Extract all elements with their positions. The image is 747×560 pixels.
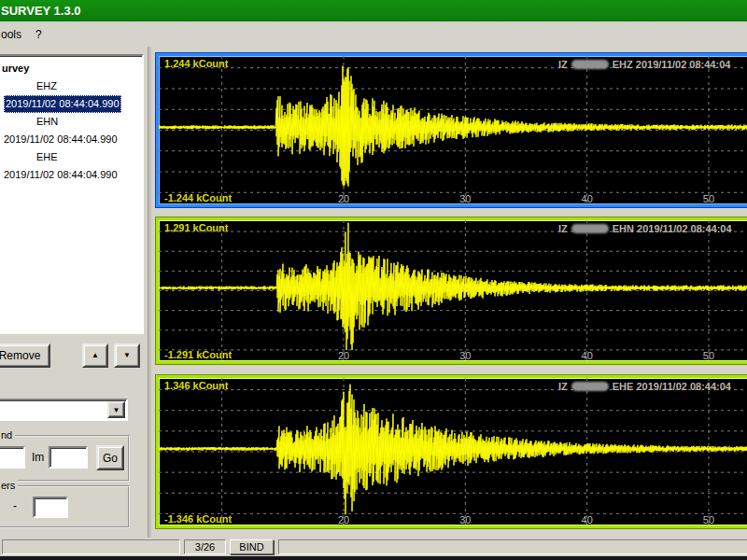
x-tick-label: 30 [459, 514, 471, 525]
channel-time-label: EHN 2019/11/02 08:44:04 [613, 223, 732, 234]
find-field-1[interactable] [0, 446, 25, 469]
waveform-panel-ehe[interactable]: 1.346 kCount-1.346 kCountIZEHE 2019/11/0… [156, 375, 747, 528]
x-tick-label: 20 [338, 193, 349, 204]
waveform-panel-ehn[interactable]: 1.291 kCount-1.291 kCountIZEHN 2019/11/0… [156, 217, 747, 364]
seismogram-plot [159, 220, 747, 361]
second-group: ers - [0, 485, 130, 528]
x-tick-label: 40 [582, 514, 593, 525]
status-page-indicator: 3/26 [184, 539, 226, 554]
x-tick-label: 30 [459, 350, 471, 361]
combo-dropdown-icon[interactable]: ▼ [107, 401, 125, 418]
panel-header: IZEHE 2019/11/02 08:44:04 [558, 381, 731, 392]
up-arrow-icon: ▲ [92, 352, 99, 359]
seismic-trace [159, 223, 747, 350]
find-group: nd Im Go [0, 435, 130, 482]
seismic-trace [159, 385, 747, 515]
x-tick-label: 20 [338, 514, 349, 525]
x-tick-label: 50 [703, 350, 714, 361]
bottom-strip [0, 556, 747, 560]
network-label: IZ [558, 223, 568, 234]
tree-item-ehz[interactable]: EHZ [0, 77, 142, 95]
channel-time-label: EHZ 2019/11/02 08:44:04 [613, 59, 731, 70]
status-section-right [278, 539, 747, 554]
amp-min-label: -1.346 kCount [164, 513, 232, 525]
second-group-prefix: - [13, 499, 17, 512]
menu-bar: ools ? [0, 21, 747, 47]
channel-tree[interactable]: urvey EHZ 2019/11/02 08:44:04.990 EHN 20… [0, 54, 144, 334]
panel-splitter[interactable] [148, 47, 151, 538]
x-tick-label: 20 [338, 350, 349, 361]
down-arrow-icon: ▼ [123, 352, 131, 359]
waveform-panel-ehz[interactable]: 1.244 kCount-1.244 kCountIZEHZ 2019/11/0… [156, 53, 747, 207]
amp-min-label: -1.244 kCount [164, 192, 232, 203]
network-label: IZ [558, 59, 568, 70]
remove-button[interactable]: Remove [0, 343, 50, 368]
network-label: IZ [558, 381, 568, 392]
amp-max-label: 1.244 kCount [164, 58, 228, 69]
second-group-field[interactable] [33, 497, 68, 518]
tree-item-ehe[interactable]: EHE [0, 148, 142, 166]
tree-root[interactable]: urvey [0, 60, 142, 77]
x-tick-label: 50 [703, 193, 714, 204]
tree-item-ehn[interactable]: EHN [0, 113, 142, 131]
panel-header: IZEHN 2019/11/02 08:44:04 [558, 223, 732, 234]
redacted-station-name [571, 382, 609, 391]
find-group-label: nd [0, 429, 15, 441]
panel-header: IZEHZ 2019/11/02 08:44:04 [558, 59, 730, 70]
seismogram-plot [159, 56, 747, 204]
tree-item-ehn-time[interactable]: 2019/11/02 08:44:04.990 [0, 131, 142, 148]
amp-min-label: -1.291 kCount [164, 349, 232, 360]
redacted-station-name [571, 224, 609, 233]
bind-toggle[interactable]: BIND [230, 539, 274, 554]
seismogram-plot [159, 378, 747, 525]
move-down-button[interactable]: ▼ [114, 343, 140, 368]
move-up-button[interactable]: ▲ [82, 343, 108, 368]
second-group-label: ers [0, 480, 18, 491]
x-tick-label: 30 [459, 193, 471, 204]
x-tick-label: 50 [703, 514, 714, 525]
go-button[interactable]: Go [96, 445, 124, 470]
x-tick-label: 40 [582, 193, 593, 204]
im-field[interactable] [49, 446, 88, 469]
x-tick-label: 40 [582, 350, 593, 361]
im-label: Im [32, 451, 44, 464]
status-section-left [2, 539, 180, 554]
window-title: SURVEY 1.3.0 [0, 0, 747, 21]
station-combobox[interactable]: ▼ [0, 399, 128, 421]
amp-max-label: 1.346 kCount [164, 380, 228, 391]
menu-help[interactable]: ? [35, 28, 42, 41]
seismic-trace [159, 66, 747, 187]
status-bar: 3/26 BIND [0, 538, 747, 556]
amp-max-label: 1.291 kCount [164, 222, 228, 233]
tree-item-ehz-time[interactable]: 2019/11/02 08:44:04.990 [0, 95, 142, 113]
channel-time-label: EHE 2019/11/02 08:44:04 [613, 381, 731, 392]
menu-tools[interactable]: ools [1, 28, 21, 41]
tree-item-ehe-time[interactable]: 2019/11/02 08:44:04.990 [0, 166, 142, 184]
redacted-station-name [571, 60, 609, 69]
